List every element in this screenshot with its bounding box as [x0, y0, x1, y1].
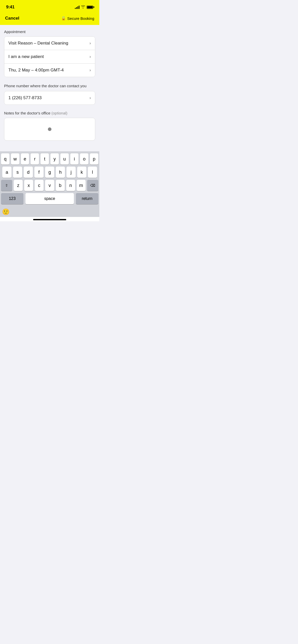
appointment-list: Visit Reason – Dental Cleaning › I am a …	[4, 36, 95, 77]
visit-reason-item[interactable]: Visit Reason – Dental Cleaning ›	[4, 37, 95, 50]
key-r[interactable]: r	[31, 153, 39, 165]
cancel-button[interactable]: Cancel	[5, 16, 19, 21]
status-bar: 9:41	[0, 0, 99, 13]
phone-section: Phone number where the doctor can contac…	[4, 83, 95, 105]
keyboard-accessory-bar: 🙂	[0, 206, 99, 217]
number-key[interactable]: 123	[1, 193, 23, 204]
status-icons	[75, 5, 93, 9]
keyboard-row-1: q w e r t y u i o p	[1, 153, 98, 165]
key-e[interactable]: e	[21, 153, 29, 165]
key-h[interactable]: h	[56, 167, 65, 178]
key-j[interactable]: j	[66, 167, 76, 178]
chevron-icon-phone: ›	[89, 95, 91, 100]
key-t[interactable]: t	[40, 153, 49, 165]
key-l[interactable]: l	[88, 167, 97, 178]
key-x[interactable]: x	[24, 180, 33, 191]
notes-label: Notes for the doctor's office (optional)	[4, 111, 95, 115]
patient-type-text: I am a new patient	[8, 54, 44, 59]
phone-label: Phone number where the doctor can contac…	[4, 83, 95, 89]
text-cursor	[48, 127, 51, 131]
nav-bar: Cancel 🔒 Secure Booking	[0, 13, 99, 25]
key-g[interactable]: g	[45, 167, 54, 178]
chevron-icon-0: ›	[89, 41, 91, 46]
key-b[interactable]: b	[56, 180, 65, 191]
phone-number-text: 1 (226) 577-8733	[8, 95, 42, 100]
space-key[interactable]: space	[25, 193, 74, 204]
signal-icon	[75, 5, 79, 9]
key-s[interactable]: s	[13, 167, 22, 178]
delete-key[interactable]: ⌫	[87, 180, 98, 191]
key-n[interactable]: n	[66, 180, 75, 191]
notes-optional-label: (optional)	[51, 111, 67, 115]
key-u[interactable]: u	[60, 153, 69, 165]
key-q[interactable]: q	[1, 153, 9, 165]
patient-type-item[interactable]: I am a new patient ›	[4, 50, 95, 63]
key-v[interactable]: v	[45, 180, 54, 191]
battery-icon	[87, 6, 93, 9]
chevron-icon-2: ›	[89, 68, 91, 73]
key-p[interactable]: p	[90, 153, 98, 165]
key-a[interactable]: a	[2, 167, 11, 178]
home-indicator	[33, 219, 66, 220]
key-w[interactable]: w	[11, 153, 19, 165]
key-i[interactable]: i	[70, 153, 79, 165]
phone-number-container: 1 (226) 577-8733 ›	[4, 91, 95, 105]
return-key[interactable]: return	[76, 193, 98, 204]
key-f[interactable]: f	[34, 167, 44, 178]
appointment-time-text: Thu, 2 May – 4:00pm GMT-4	[8, 68, 64, 73]
key-z[interactable]: z	[14, 180, 23, 191]
key-k[interactable]: k	[77, 167, 86, 178]
key-m[interactable]: m	[77, 180, 86, 191]
home-bar-wrapper	[0, 217, 99, 221]
visit-reason-text: Visit Reason – Dental Cleaning	[8, 41, 68, 46]
key-y[interactable]: y	[50, 153, 59, 165]
emoji-button[interactable]: 🙂	[2, 208, 10, 215]
secure-booking-label: 🔒 Secure Booking	[61, 16, 94, 21]
appointment-section-label: Appointment	[4, 30, 95, 34]
key-o[interactable]: o	[80, 153, 88, 165]
keyboard-row-4: 123 space return	[1, 193, 98, 204]
shift-key[interactable]: ⇧	[1, 180, 12, 191]
keyboard: q w e r t y u i o p a s d f g h j k l ⇧ …	[0, 151, 99, 206]
appointment-time-item[interactable]: Thu, 2 May – 4:00pm GMT-4 ›	[4, 63, 95, 77]
notes-section: Notes for the doctor's office (optional)	[4, 111, 95, 141]
wifi-icon	[81, 5, 85, 9]
keyboard-row-2: a s d f g h j k l	[1, 167, 98, 178]
key-d[interactable]: d	[24, 167, 33, 178]
content-area: Appointment Visit Reason – Dental Cleani…	[0, 25, 99, 151]
keyboard-row-3: ⇧ z x c v b n m ⌫	[1, 180, 98, 191]
key-c[interactable]: c	[35, 180, 44, 191]
lock-icon: 🔒	[61, 16, 66, 21]
status-time: 9:41	[6, 5, 15, 10]
phone-number-item[interactable]: 1 (226) 577-8733 ›	[4, 91, 95, 105]
chevron-icon-1: ›	[89, 54, 91, 59]
notes-input[interactable]	[4, 118, 95, 141]
